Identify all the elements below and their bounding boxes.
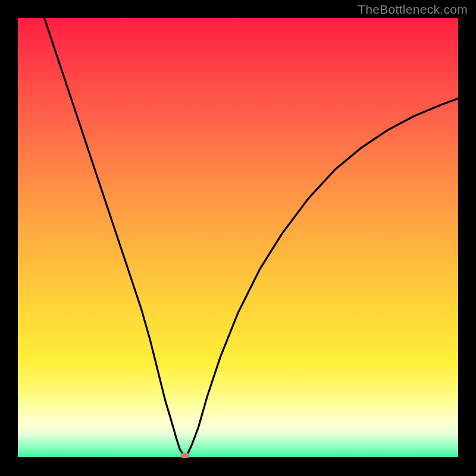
minimum-marker (181, 453, 189, 458)
baseline (18, 457, 458, 458)
chart-container: TheBottleneck.com (0, 0, 476, 476)
bottleneck-curve (18, 18, 458, 458)
watermark-label: TheBottleneck.com (358, 2, 468, 17)
plot-area (18, 18, 458, 458)
